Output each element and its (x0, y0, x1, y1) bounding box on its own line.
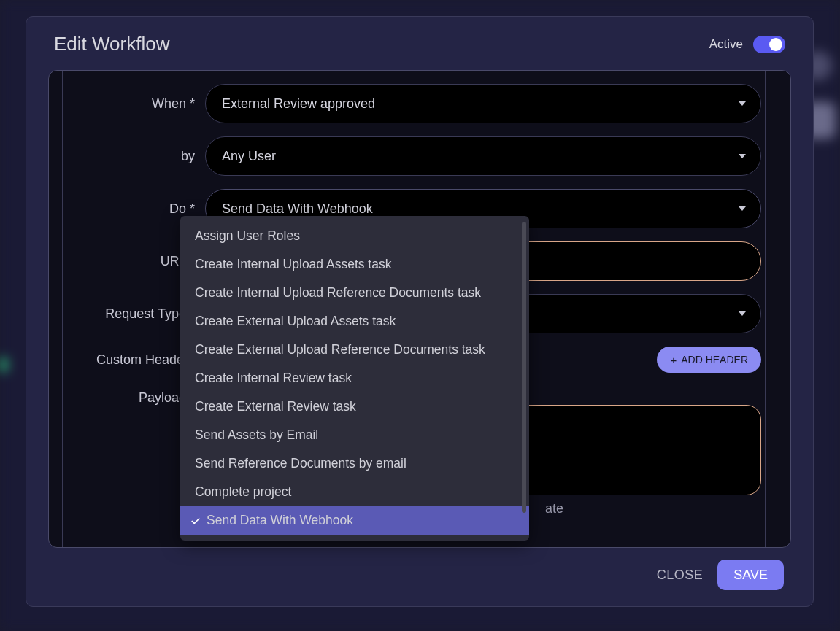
modal-header: Edit Workflow Active (26, 17, 813, 70)
payload-label: Payload * (78, 386, 195, 406)
dropdown-item-selected[interactable]: Send Data With Webhook (180, 506, 529, 535)
dropdown-item[interactable]: Send Assets by Email (180, 421, 529, 449)
dropdown-item[interactable]: Create External Upload Assets task (180, 307, 529, 336)
chevron-down-icon (739, 311, 746, 316)
save-button[interactable]: SAVE (717, 560, 784, 590)
dropdown-item[interactable]: Complete project (180, 478, 529, 506)
when-select[interactable]: External Review approved (205, 84, 761, 123)
request-type-label: Request Type * (78, 306, 195, 322)
dropdown-item[interactable]: Create Internal Upload Assets task (180, 250, 529, 279)
active-label: Active (709, 37, 743, 52)
check-icon (190, 516, 201, 526)
dropdown-item[interactable]: Create Internal Review task (180, 364, 529, 392)
payload-hint-fragment: ate (545, 501, 563, 516)
active-toggle[interactable] (753, 36, 785, 53)
custom-headers-label: Custom Headers (78, 352, 195, 368)
chevron-down-icon (739, 206, 746, 211)
plus-icon: + (670, 354, 677, 366)
close-button[interactable]: CLOSE (657, 568, 704, 583)
dropdown-item[interactable]: Create Internal Upload Reference Documen… (180, 279, 529, 307)
when-label: When * (78, 96, 195, 112)
chevron-down-icon (739, 101, 746, 106)
dropdown-item[interactable]: Create External Upload Reference Documen… (180, 336, 529, 364)
add-header-button[interactable]: + ADD HEADER (657, 347, 761, 373)
do-dropdown: Assign User Roles Create Internal Upload… (180, 216, 529, 541)
chevron-down-icon (739, 154, 746, 158)
dropdown-item[interactable]: Send Reference Documents by email (180, 449, 529, 478)
by-select[interactable]: Any User (205, 136, 761, 176)
dropdown-item[interactable]: Create External Review task (180, 392, 529, 421)
url-label: URL * (78, 254, 195, 269)
scrollbar[interactable] (522, 222, 526, 513)
modal-title: Edit Workflow (54, 33, 169, 55)
dropdown-item[interactable]: Assign User Roles (180, 222, 529, 250)
toggle-knob (769, 38, 782, 51)
by-label: by (78, 149, 195, 164)
modal-footer: CLOSE SAVE (26, 548, 813, 606)
do-label: Do * (78, 201, 195, 217)
